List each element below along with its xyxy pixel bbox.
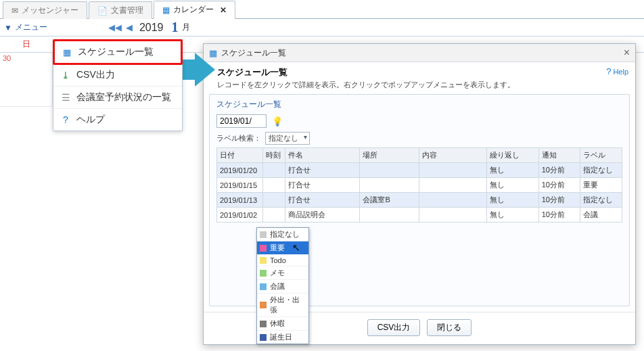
table-row[interactable]: 2019/01/20打合せ無し10分前指定なし	[217, 163, 622, 178]
prev-icon[interactable]: ◀	[126, 22, 133, 32]
label-option-text: メモ	[270, 268, 285, 278]
calendar-header-sunday: 日	[0, 37, 53, 52]
menu-item-label: スケジュール一覧	[78, 46, 154, 58]
label-option[interactable]: Todo	[257, 255, 308, 266]
menu-item-label: ヘルプ	[76, 114, 105, 126]
color-swatch	[260, 245, 267, 252]
table-cell-date: 2019/01/13	[217, 193, 263, 208]
label-option[interactable]: 指定なし	[257, 228, 308, 241]
table-cell-content	[419, 193, 486, 208]
tab-label: メッセンジャー	[22, 5, 78, 16]
label-dropdown-open: 指定なし重要Todoメモ会議外出・出張休暇誕生日	[256, 227, 309, 344]
label-option[interactable]: 休暇	[257, 317, 308, 331]
year-label: 2019	[139, 22, 164, 34]
table-cell-subject: 打合せ	[285, 178, 360, 193]
tab-label: カレンダー	[173, 4, 214, 16]
schedule-panel: スケジュール一覧 💡 ラベル検索： 指定なし 日付 時刻 件名 場所	[209, 94, 630, 306]
table-cell-time	[263, 163, 285, 178]
th-date[interactable]: 日付	[217, 148, 263, 163]
table-cell-repeat: 無し	[486, 208, 538, 223]
table-cell-content	[419, 178, 486, 193]
th-content[interactable]: 内容	[419, 148, 486, 163]
calendar-date-number: 30	[3, 54, 11, 62]
month-number: 1	[171, 20, 178, 35]
menu-item-label: CSV出力	[76, 69, 115, 81]
help-icon: ?	[606, 66, 611, 76]
table-cell-place	[360, 163, 419, 178]
table-cell-notify: 10分前	[538, 208, 580, 223]
table-cell-label: 指定なし	[580, 163, 622, 178]
table-cell-label: 会議	[580, 208, 622, 223]
th-repeat[interactable]: 繰り返し	[486, 148, 538, 163]
prev-fast-icon[interactable]: ◀◀	[108, 22, 122, 32]
tab-docs[interactable]: 📄 文書管理	[89, 1, 152, 19]
menu-item-help[interactable]: ? ヘルプ	[53, 109, 182, 131]
menu-dropdown-trigger[interactable]: ▼ メニュー	[4, 22, 47, 33]
hint-icon[interactable]: 💡	[272, 116, 283, 126]
th-place[interactable]: 場所	[360, 148, 419, 163]
calendar-icon: ▦	[162, 5, 170, 15]
help-icon: ?	[60, 114, 71, 125]
date-filter-input[interactable]	[216, 114, 267, 128]
label-option[interactable]: 重要	[257, 241, 308, 255]
label-option-text: 会議	[270, 281, 285, 291]
th-label[interactable]: ラベル	[580, 148, 622, 163]
menu-item-schedule-list[interactable]: ▦ スケジュール一覧	[53, 39, 183, 65]
th-time[interactable]: 時刻	[263, 148, 285, 163]
tab-calendar[interactable]: ▦ カレンダー ✕	[154, 1, 235, 19]
label-search-label: ラベル検索：	[216, 133, 261, 143]
label-option-text: 誕生日	[270, 332, 292, 342]
table-cell-label: 指定なし	[580, 193, 622, 208]
table-row[interactable]: 2019/01/15打合せ無し10分前重要	[217, 178, 622, 193]
label-option[interactable]: 外出・出張	[257, 294, 308, 317]
color-swatch	[260, 231, 267, 238]
dialog-heading: スケジュール一覧	[217, 66, 288, 78]
table-cell-notify: 10分前	[538, 193, 580, 208]
color-swatch	[260, 321, 267, 327]
table-cell-repeat: 無し	[486, 163, 538, 178]
label-option[interactable]: 会議	[257, 280, 308, 294]
color-swatch	[260, 302, 267, 308]
panel-label: スケジュール一覧	[216, 99, 622, 110]
tab-label: 文書管理	[111, 5, 143, 16]
calendar-cell[interactable]: 30	[0, 53, 53, 107]
close-icon[interactable]: ×	[624, 47, 630, 59]
label-search-select[interactable]: 指定なし	[265, 132, 310, 145]
table-cell-content	[419, 208, 486, 223]
close-icon[interactable]: ✕	[220, 5, 227, 15]
doc-icon: 📄	[97, 6, 108, 16]
close-button[interactable]: 閉じる	[427, 319, 472, 336]
table-cell-place: 会議室B	[360, 193, 419, 208]
menu-label: メニュー	[15, 22, 47, 33]
help-link[interactable]: ? Help	[606, 66, 628, 76]
csv-export-button[interactable]: CSV出力	[367, 319, 421, 336]
menu-popup: ▦ スケジュール一覧 ⤓ CSV出力 ☰ 会議室予約状況の一覧 ? ヘルプ	[53, 39, 183, 131]
table-cell-date: 2019/01/20	[217, 163, 263, 178]
table-cell-subject: 打合せ	[285, 163, 360, 178]
date-nav: ◀◀ ◀	[108, 22, 133, 32]
table-row[interactable]: 2019/01/02商品説明会無し10分前会議	[217, 208, 622, 223]
tab-messenger[interactable]: ✉ メッセンジャー	[3, 1, 87, 19]
dialog-titlebar[interactable]: ▦ スケジュール一覧 ×	[204, 44, 635, 62]
export-icon: ⤓	[60, 70, 71, 80]
label-option[interactable]: 誕生日	[257, 331, 308, 344]
th-subject[interactable]: 件名	[285, 148, 360, 163]
table-cell-notify: 10分前	[538, 163, 580, 178]
label-option[interactable]: メモ	[257, 266, 308, 280]
mail-icon: ✉	[12, 6, 18, 16]
table-cell-repeat: 無し	[486, 193, 538, 208]
table-cell-label: 重要	[580, 178, 622, 193]
schedule-list-dialog: ▦ スケジュール一覧 × スケジュール一覧 ? Help レコードを左クリックで…	[203, 43, 636, 345]
chevron-down-icon: ▼	[4, 23, 12, 32]
label-option-text: 外出・出張	[270, 295, 306, 315]
table-row[interactable]: 2019/01/13打合せ会議室B無し10分前指定なし	[217, 193, 622, 208]
color-swatch	[260, 257, 267, 264]
label-option-text: 休暇	[270, 319, 285, 329]
table-cell-repeat: 無し	[486, 178, 538, 193]
table-cell-place	[360, 178, 419, 193]
menu-item-room-status[interactable]: ☰ 会議室予約状況の一覧	[53, 87, 182, 109]
label-search-value: 指定なし	[269, 134, 298, 142]
dialog-title: スケジュール一覧	[221, 47, 286, 59]
th-notify[interactable]: 通知	[538, 148, 580, 163]
menu-item-csv-export[interactable]: ⤓ CSV出力	[53, 64, 182, 87]
